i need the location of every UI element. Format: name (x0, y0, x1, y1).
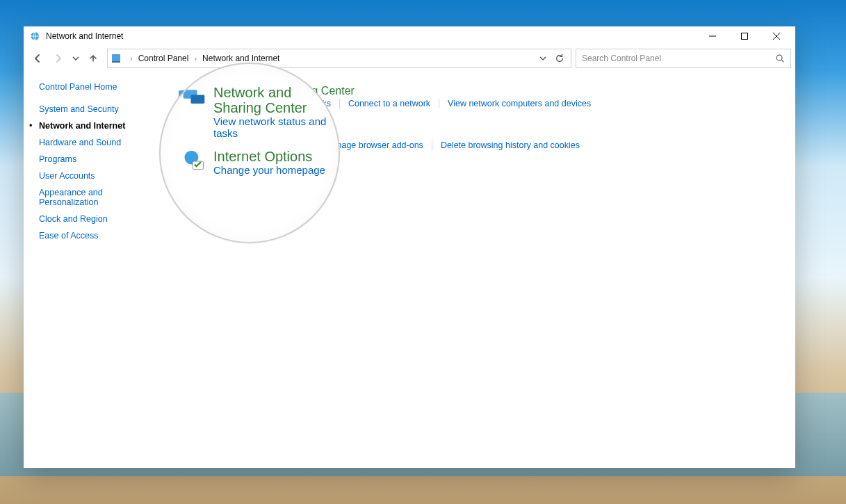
forward-button[interactable] (49, 49, 68, 68)
sidebar-item-user-accounts: User Accounts (39, 171, 149, 181)
minimize-button[interactable] (697, 26, 729, 46)
search-input[interactable] (582, 54, 775, 63)
refresh-button[interactable] (551, 50, 568, 67)
sidebar-item-network-internet: Network and Internet (39, 121, 149, 131)
close-button[interactable] (760, 26, 792, 46)
sidebar-item-system-security: System and Security (39, 104, 149, 114)
chevron-right-icon: › (130, 54, 133, 63)
magnifier-overlay: Network and Sharing Center View network … (159, 63, 340, 243)
breadcrumb-control-panel[interactable]: Control Panel (137, 52, 190, 65)
control-panel-home-link[interactable]: Control Panel Home (39, 82, 149, 92)
magnified-subtitle: View network status and tasks (213, 115, 332, 139)
address-dropdown[interactable] (535, 50, 551, 67)
network-icon (29, 31, 40, 42)
control-panel-icon (111, 53, 122, 64)
sidebar-item-programs: Programs (39, 154, 149, 164)
task-view-network-computers[interactable]: View network computers and devices (439, 99, 599, 108)
internet-options-icon (181, 149, 206, 174)
up-button[interactable] (83, 49, 103, 68)
chevron-right-icon: › (194, 54, 197, 63)
svg-point-4 (776, 55, 782, 60)
task-delete-history[interactable]: Delete browsing history and cookies (432, 140, 588, 150)
sidebar-item-hardware-sound: Hardware and Sound (39, 138, 149, 147)
back-button[interactable] (28, 49, 47, 68)
svg-rect-3 (112, 61, 120, 63)
sidebar-item-appearance: Appearance and Personalization (39, 188, 149, 207)
address-bar[interactable]: › Control Panel › Network and Internet (107, 49, 571, 68)
search-icon[interactable] (775, 54, 785, 63)
title-bar: Network and Internet (24, 26, 795, 46)
nav-row: › Control Panel › Network and Internet (24, 46, 795, 71)
svg-rect-11 (191, 95, 205, 104)
magnified-title: Network and Sharing Center (213, 85, 332, 115)
sidebar-item-clock-region: Clock and Region (39, 214, 149, 224)
control-panel-window: Network and Internet › Co (24, 26, 795, 468)
svg-rect-1 (742, 33, 748, 40)
window-body: Control Panel Home System and Security N… (24, 71, 795, 468)
window-title: Network and Internet (46, 31, 123, 41)
sidebar: Control Panel Home System and Security N… (24, 71, 156, 468)
recent-locations-dropdown[interactable] (70, 49, 82, 68)
task-connect-to-network[interactable]: Connect to a network (339, 99, 439, 108)
maximize-button[interactable] (729, 26, 760, 46)
network-sharing-icon (181, 85, 206, 110)
magnified-subtitle: Change your homepage (213, 164, 325, 176)
magnified-title: Internet Options (213, 149, 325, 164)
search-box[interactable] (576, 49, 791, 68)
sidebar-item-ease-of-access: Ease of Access (39, 231, 149, 241)
svg-rect-2 (112, 54, 120, 61)
